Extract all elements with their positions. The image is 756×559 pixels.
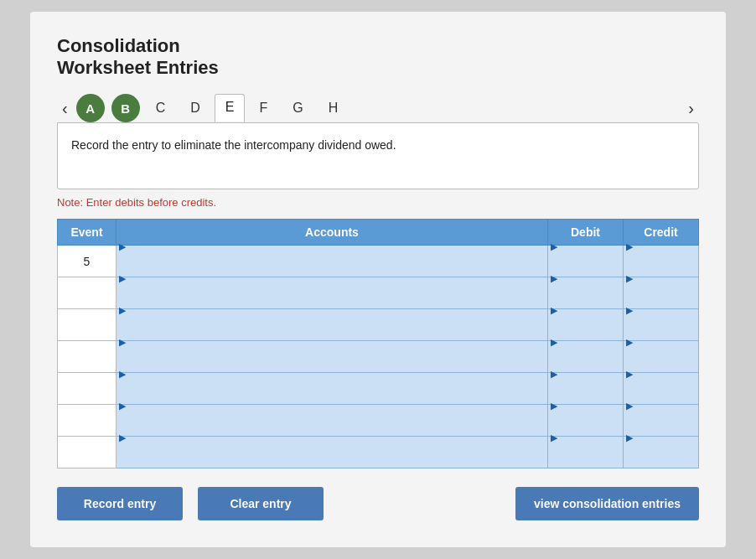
instruction-text: Record the entry to eliminate the interc… — [71, 138, 685, 152]
event-cell — [58, 309, 117, 341]
next-arrow[interactable]: › — [683, 96, 699, 122]
debit-input[interactable] — [548, 253, 623, 284]
credit-input[interactable] — [624, 444, 698, 475]
credit-cell[interactable]: ▶ — [624, 246, 699, 277]
entry-table: Event Accounts Debit Credit 5 ▶ ▶ ▶ ▶ ▶ … — [57, 219, 699, 468]
account-cell[interactable]: ▶ — [117, 246, 548, 277]
debit-input[interactable] — [548, 317, 623, 348]
tab-g[interactable]: G — [282, 95, 313, 122]
tab-f[interactable]: F — [248, 95, 278, 122]
col-credit: Credit — [624, 220, 699, 246]
account-input[interactable] — [117, 380, 547, 411]
tab-content: Record the entry to eliminate the interc… — [57, 122, 699, 189]
debit-input[interactable] — [548, 285, 623, 316]
account-input[interactable] — [117, 317, 547, 348]
account-input[interactable] — [117, 285, 547, 316]
event-cell — [58, 437, 117, 468]
account-input[interactable] — [117, 444, 547, 475]
debit-input[interactable] — [548, 380, 623, 411]
button-row: Record entry Clear entry view consolidat… — [57, 487, 699, 520]
tab-b[interactable]: B — [111, 94, 140, 122]
col-event: Event — [58, 220, 117, 246]
credit-input[interactable] — [624, 380, 698, 411]
col-accounts: Accounts — [117, 220, 548, 246]
table-row: 5 ▶ ▶ ▶ — [58, 246, 699, 277]
main-card: Consolidation Worksheet Entries ‹ A B C … — [30, 12, 726, 548]
tab-a[interactable]: A — [76, 94, 105, 122]
debit-input[interactable] — [548, 349, 623, 380]
debit-input[interactable] — [548, 412, 623, 443]
account-input[interactable] — [117, 412, 547, 443]
event-cell — [58, 277, 117, 309]
event-cell — [58, 373, 117, 405]
tab-d[interactable]: D — [179, 95, 211, 122]
debit-input[interactable] — [548, 444, 623, 475]
page-title: Consolidation Worksheet Entries — [57, 35, 699, 80]
view-consolidation-button[interactable]: view consolidation entries — [515, 487, 699, 520]
clear-entry-button[interactable]: Clear entry — [198, 487, 324, 520]
tab-e[interactable]: E — [215, 94, 246, 122]
account-input[interactable] — [117, 253, 547, 284]
tab-c[interactable]: C — [145, 95, 177, 122]
col-debit: Debit — [548, 220, 624, 246]
credit-input[interactable] — [624, 412, 698, 443]
event-cell — [58, 341, 117, 373]
tab-nav: ‹ A B C D E F G H › — [57, 94, 699, 122]
tab-h[interactable]: H — [318, 95, 350, 122]
credit-input[interactable] — [624, 253, 698, 284]
note-text: Note: Enter debits before credits. — [57, 196, 699, 209]
account-input[interactable] — [117, 349, 547, 380]
event-cell: 5 — [58, 246, 117, 277]
credit-input[interactable] — [624, 285, 698, 316]
debit-cell[interactable]: ▶ — [548, 246, 624, 277]
event-cell — [58, 405, 117, 437]
credit-input[interactable] — [624, 349, 698, 380]
credit-input[interactable] — [624, 317, 698, 348]
prev-arrow[interactable]: ‹ — [57, 96, 73, 122]
record-entry-button[interactable]: Record entry — [57, 487, 183, 520]
